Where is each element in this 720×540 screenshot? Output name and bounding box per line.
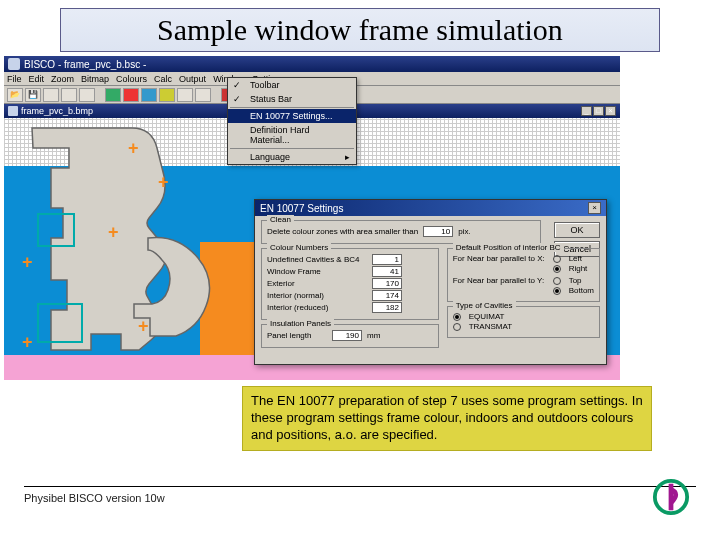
tb-btn[interactable] [195,88,211,102]
frame-profile: ++ ++ ++ [12,118,242,380]
bottom-label: Bottom [569,286,594,295]
clean-label: Delete colour zones with area smaller th… [267,227,418,236]
clean-unit: pix. [458,227,470,236]
clean-group: Clean Delete colour zones with area smal… [261,220,541,244]
default-position-group: Default Position of interior BC For Near… [447,248,600,302]
panel-unit: mm [367,331,380,340]
colour-numbers-group: Colour Numbers Undefined Cavities & BC41… [261,248,439,320]
minimize-icon[interactable]: _ [581,106,592,116]
close-icon[interactable]: × [605,106,616,116]
winframe-label: Window Frame [267,267,367,276]
colnum-legend: Colour Numbers [267,243,331,252]
pos-legend: Default Position of interior BC [453,243,564,252]
app-icon [8,58,20,70]
tb-btn[interactable] [61,88,77,102]
equimat-label: EQUIMAT [469,312,505,321]
menu-bitmap[interactable]: Bitmap [81,74,109,84]
ins-legend: Insulation Panels [267,319,334,328]
radio-right[interactable] [553,265,561,273]
clean-legend: Clean [267,215,294,224]
left-label: Left [569,254,582,263]
top-label: Top [569,276,582,285]
interior-r-label: Interior (reduced) [267,303,367,312]
app-titlebar: BISCO - frame_pvc_b.bsc - [4,56,620,72]
settings-dropdown: Toolbar Status Bar EN 10077 Settings... … [227,77,357,165]
tb-btn[interactable] [79,88,95,102]
svg-text:+: + [158,172,169,192]
tb-open-icon[interactable]: 📂 [7,88,23,102]
menu-item-toolbar[interactable]: Toolbar [228,78,356,92]
undef-cav-field[interactable]: 1 [372,254,402,265]
doc-icon [8,106,18,116]
svg-text:+: + [138,316,149,336]
svg-text:+: + [128,138,139,158]
menu-edit[interactable]: Edit [29,74,45,84]
menu-item-en10077[interactable]: EN 10077 Settings... [228,109,356,123]
transmat-label: TRANSMAT [469,322,512,331]
en10077-dialog: EN 10077 Settings × OK Cancel Clean Dele… [254,199,607,365]
interior-n-label: Interior (normal) [267,291,367,300]
tb-color-1[interactable] [105,88,121,102]
exterior-field[interactable]: 170 [372,278,402,289]
tb-color-2[interactable] [123,88,139,102]
svg-text:+: + [108,222,119,242]
physibel-logo-icon [652,478,690,516]
svg-text:+: + [22,332,33,352]
dialog-close-icon[interactable]: × [588,202,601,214]
doc-tab-label: frame_pvc_b.bmp [21,106,93,116]
tb-btn[interactable] [43,88,59,102]
tb-color-3[interactable] [141,88,157,102]
exterior-label: Exterior [267,279,367,288]
interior-r-field[interactable]: 182 [372,302,402,313]
app-title-text: BISCO - frame_pvc_b.bsc - [24,59,146,70]
tb-save-icon[interactable]: 💾 [25,88,41,102]
nearbar-x-label: For Near bar parallel to X: [453,254,548,263]
caption-box: The EN 10077 preparation of step 7 uses … [242,386,652,451]
menu-file[interactable]: File [7,74,22,84]
cavity-type-group: Type of Cavities EQUIMAT TRANSMAT [447,306,600,338]
radio-bottom[interactable] [553,287,561,295]
ok-button[interactable]: OK [554,222,600,238]
footer-text: Physibel BISCO version 10w [24,492,165,504]
menu-zoom[interactable]: Zoom [51,74,74,84]
radio-transmat[interactable] [453,323,461,331]
menu-item-language[interactable]: Language▸ [228,150,356,164]
panel-len-label: Panel length [267,331,327,340]
interior-n-field[interactable]: 174 [372,290,402,301]
right-label: Right [569,264,588,273]
undef-cav-label: Undefined Cavities & BC4 [267,255,367,264]
dialog-title-text: EN 10077 Settings [260,203,343,214]
nearbar-y-label: For Near bar parallel to Y: [453,276,548,285]
tb-btn[interactable] [177,88,193,102]
footer-rule [24,486,696,487]
menu-colours[interactable]: Colours [116,74,147,84]
menu-output[interactable]: Output [179,74,206,84]
menu-item-defhard[interactable]: Definition Hard Material... [228,123,356,147]
maximize-icon[interactable]: □ [593,106,604,116]
clean-value-field[interactable]: 10 [423,226,453,237]
radio-top[interactable] [553,277,561,285]
dialog-titlebar: EN 10077 Settings × [255,200,606,216]
menu-calc[interactable]: Calc [154,74,172,84]
winframe-field[interactable]: 41 [372,266,402,277]
tb-color-4[interactable] [159,88,175,102]
menu-item-statusbar[interactable]: Status Bar [228,92,356,106]
panel-len-field[interactable]: 190 [332,330,362,341]
slide-title: Sample window frame simulation [60,8,660,52]
svg-text:+: + [22,252,33,272]
radio-left[interactable] [553,255,561,263]
cavtype-legend: Type of Cavities [453,301,516,310]
radio-equimat[interactable] [453,313,461,321]
insulation-panels-group: Insulation Panels Panel length190mm [261,324,439,348]
